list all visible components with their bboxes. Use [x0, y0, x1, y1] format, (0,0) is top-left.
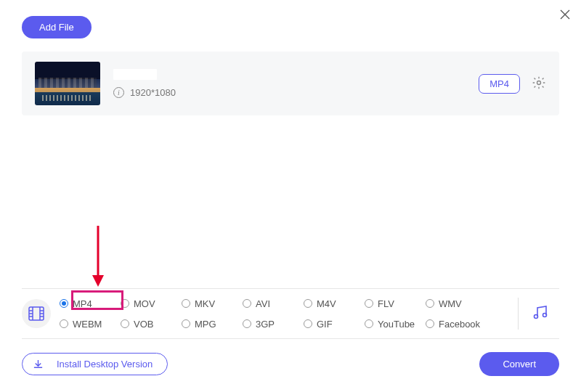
format-option-mpg[interactable]: MPG: [182, 319, 240, 330]
format-label: MP4: [73, 298, 92, 309]
format-label: Facebook: [439, 319, 480, 330]
film-icon: [28, 306, 44, 321]
svg-marker-2: [92, 275, 104, 287]
svg-point-0: [537, 81, 541, 84]
format-panel: MP4MOVMKVAVIM4VFLVWMVWEBMVOBMPG3GPGIFYou…: [22, 288, 559, 339]
file-item: i 1920*1080 MP4: [22, 52, 559, 115]
radio-icon: [243, 319, 251, 328]
info-icon[interactable]: i: [113, 87, 124, 98]
format-grid: MP4MOVMKVAVIM4VFLVWMVWEBMVOBMPG3GPGIFYou…: [60, 295, 484, 332]
format-label: WEBM: [73, 319, 102, 330]
install-label: Install Desktop Version: [57, 359, 153, 369]
radio-icon: [426, 319, 434, 328]
radio-icon: [121, 299, 129, 308]
svg-point-12: [535, 315, 538, 319]
format-option-gif[interactable]: GIF: [304, 319, 362, 330]
radio-icon: [121, 319, 129, 328]
gear-icon: [532, 75, 546, 90]
format-option-webm[interactable]: WEBM: [60, 319, 118, 330]
format-option-flv[interactable]: FLV: [365, 298, 423, 309]
format-label: MPG: [195, 319, 216, 330]
music-icon: [532, 303, 549, 321]
resolution-text: 1920*1080: [130, 87, 176, 98]
add-file-button[interactable]: Add File: [22, 16, 92, 38]
radio-icon: [304, 299, 312, 308]
install-desktop-button[interactable]: Install Desktop Version: [22, 353, 168, 375]
radio-icon: [304, 319, 312, 328]
format-label: YouTube: [378, 319, 415, 330]
output-format-button[interactable]: MP4: [479, 74, 520, 94]
format-option-wmv[interactable]: WMV: [426, 298, 484, 309]
format-option-3gp[interactable]: 3GP: [243, 319, 301, 330]
format-label: GIF: [317, 319, 333, 330]
file-meta: i 1920*1080: [113, 69, 176, 98]
radio-icon: [365, 319, 373, 328]
bottom-bar: Install Desktop Version Convert: [22, 352, 559, 376]
format-option-mkv[interactable]: MKV: [182, 298, 240, 309]
format-label: 3GP: [256, 319, 275, 330]
settings-button[interactable]: [532, 75, 546, 92]
format-option-vob[interactable]: VOB: [121, 319, 179, 330]
format-label: MOV: [134, 298, 155, 309]
format-option-youtube[interactable]: YouTube: [365, 319, 423, 330]
format-option-facebook[interactable]: Facebook: [426, 319, 484, 330]
arrow-annotation: [91, 224, 105, 288]
format-option-mp4[interactable]: MP4: [60, 298, 118, 309]
close-icon: [559, 9, 571, 20]
format-label: FLV: [378, 298, 394, 309]
format-label: AVI: [256, 298, 270, 309]
radio-icon: [60, 319, 68, 328]
resolution-row: i 1920*1080: [113, 87, 176, 98]
download-icon: [33, 359, 44, 369]
audio-category-button[interactable]: [527, 303, 559, 324]
format-label: M4V: [317, 298, 336, 309]
format-label: WMV: [439, 298, 462, 309]
file-name-placeholder: [113, 69, 157, 80]
svg-point-13: [543, 314, 547, 317]
divider: [518, 298, 519, 330]
radio-icon: [426, 299, 434, 308]
convert-button[interactable]: Convert: [479, 352, 559, 376]
close-button[interactable]: [559, 7, 571, 23]
format-option-mov[interactable]: MOV: [121, 298, 179, 309]
format-label: VOB: [134, 319, 153, 330]
video-thumbnail[interactable]: [35, 62, 100, 105]
radio-icon: [60, 299, 68, 308]
format-option-avi[interactable]: AVI: [243, 298, 301, 309]
format-label: MKV: [195, 298, 215, 309]
radio-icon: [365, 299, 373, 308]
radio-icon: [182, 319, 190, 328]
video-category-icon[interactable]: [22, 299, 51, 328]
radio-icon: [243, 299, 251, 308]
radio-icon: [182, 299, 190, 308]
format-option-m4v[interactable]: M4V: [304, 298, 362, 309]
